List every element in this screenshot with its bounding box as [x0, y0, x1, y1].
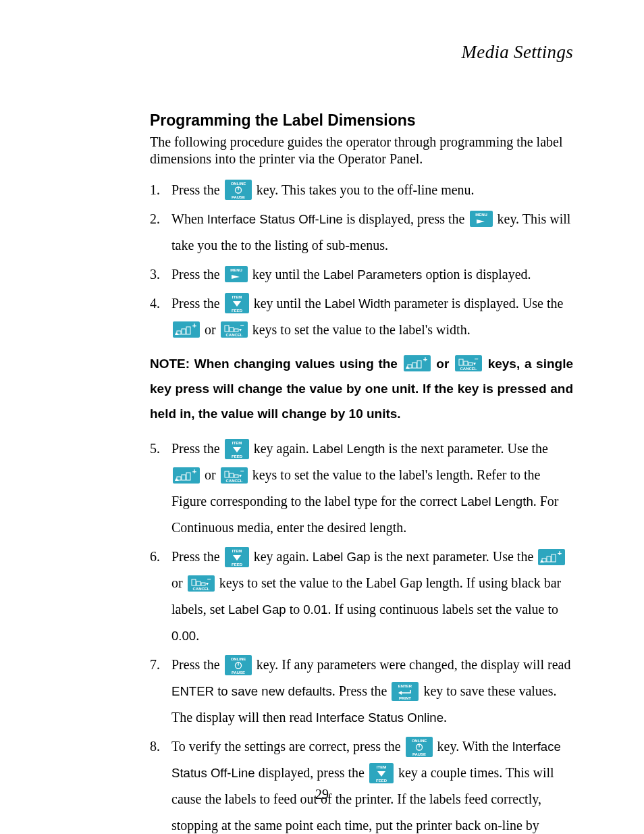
ui-text: Label Width	[325, 296, 391, 311]
text: key until the	[249, 267, 323, 282]
chapter-title: Media Settings	[150, 42, 573, 63]
text: is the next parameter. Use the	[371, 549, 537, 564]
ui-text: Label Parameters	[323, 267, 423, 282]
ui-text: Interface Status Online	[316, 710, 444, 725]
plus-key-icon	[173, 321, 200, 338]
ui-text: ENTER to save new defaults	[171, 684, 332, 698]
ui-text: Interface Status Off-Line	[207, 212, 343, 226]
item-feed-key-icon	[225, 293, 249, 313]
text: Press the	[171, 441, 223, 456]
menu-key-icon	[470, 211, 493, 227]
enter-print-key-icon	[392, 682, 419, 701]
minus-cancel-key-icon	[188, 575, 215, 592]
text: or	[201, 322, 219, 337]
text: option is displayed.	[422, 267, 531, 282]
ui-text: Label Gap	[313, 550, 371, 564]
text: displayed, press the	[255, 765, 368, 780]
steps-list-cont: Press the key again. Label Length is the…	[150, 436, 573, 834]
step-3: Press the key until the Label Parameters…	[150, 261, 573, 288]
text: key until the	[250, 296, 325, 311]
text: is the next parameter. Use the	[385, 441, 548, 456]
ui-text: 0.01	[303, 602, 327, 617]
minus-cancel-key-icon	[455, 355, 482, 371]
text: or	[432, 357, 454, 371]
page: Media Settings Programming the Label Dim…	[0, 0, 644, 834]
ui-text: 0.00	[171, 629, 196, 643]
item-feed-key-icon	[225, 439, 249, 459]
text: keys to set the value to the label's wid…	[249, 322, 471, 337]
step-4: Press the key until the Label Width para…	[150, 290, 573, 343]
ui-text: Label Length	[313, 442, 385, 456]
item-feed-key-icon	[369, 763, 394, 783]
step-5: Press the key again. Label Length is the…	[150, 436, 573, 541]
online-pause-key-icon	[406, 737, 433, 757]
text: key again.	[250, 549, 313, 564]
step-2: When Interface Status Off-Line is displa…	[150, 206, 573, 259]
text: .	[196, 628, 199, 643]
text: Press the	[171, 657, 223, 672]
intro-paragraph: The following procedure guides the opera…	[150, 134, 573, 167]
section-heading: Programming the Label Dimensions	[150, 111, 573, 130]
text: Press the	[171, 267, 223, 282]
text: key. With the	[434, 739, 512, 754]
steps-list: Press the key. This takes you to the off…	[150, 177, 573, 343]
item-feed-key-icon	[225, 547, 249, 567]
step-8: To verify the settings are correct, pres…	[150, 733, 573, 834]
text: . If using continuous labels set the val…	[327, 602, 558, 617]
text: is displayed, press the	[343, 211, 468, 226]
text: key again.	[250, 441, 313, 456]
text: To verify the settings are correct, pres…	[171, 739, 404, 754]
step-1: Press the key. This takes you to the off…	[150, 177, 573, 203]
text: Press the	[171, 549, 223, 564]
text: .	[444, 710, 447, 725]
text: key. This takes you to the off-line menu…	[253, 182, 475, 197]
text: . Press the	[332, 683, 391, 698]
text: parameter is displayed. Use the	[391, 296, 563, 311]
menu-key-icon	[225, 266, 248, 282]
text: key. If any parameters were changed, the…	[253, 657, 571, 672]
step-6: Press the key again. Label Gap is the ne…	[150, 544, 573, 649]
text: Press the	[171, 296, 223, 311]
online-pause-key-icon	[225, 655, 252, 675]
minus-cancel-key-icon	[221, 467, 248, 484]
ui-text: Label Length	[460, 494, 533, 509]
text: Press the	[171, 182, 223, 197]
plus-key-icon	[538, 549, 565, 565]
plus-key-icon	[173, 467, 200, 484]
text: NOTE: When changing values using the	[150, 357, 402, 371]
plus-key-icon	[404, 355, 431, 371]
note-block: NOTE: When changing values using the or …	[150, 351, 573, 426]
online-pause-key-icon	[225, 180, 252, 200]
text: or	[201, 467, 219, 482]
step-7: Press the key. If any parameters were ch…	[150, 652, 573, 731]
text: to	[286, 602, 304, 617]
page-number: 29	[0, 787, 644, 802]
ui-text: Label Gap	[228, 602, 286, 617]
text: When	[171, 211, 207, 226]
text: or	[171, 575, 186, 590]
minus-cancel-key-icon	[221, 321, 248, 338]
